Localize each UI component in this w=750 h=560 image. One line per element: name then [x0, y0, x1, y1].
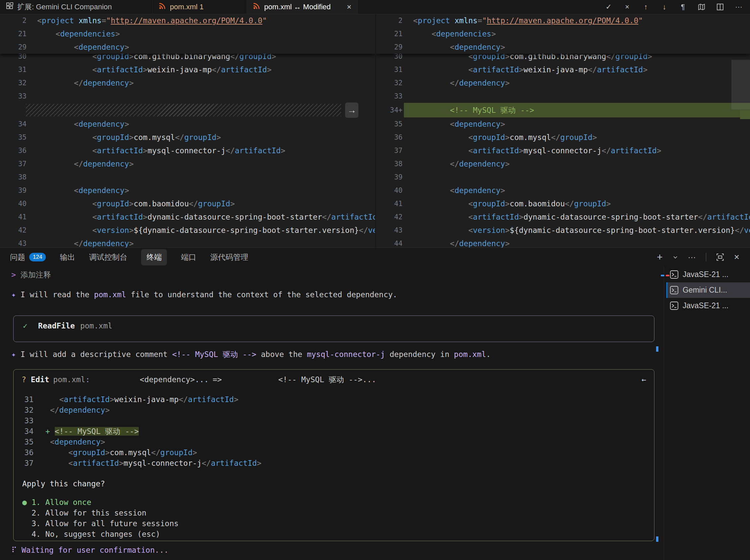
edit-option[interactable]: 3. Allow for all future sessions: [14, 518, 654, 529]
accept-check-icon[interactable]: ✓: [605, 3, 613, 11]
line-number: 43: [376, 224, 402, 237]
code-line: 39: [376, 171, 750, 184]
success-check-icon: ✓: [23, 321, 27, 330]
line-number: 38: [0, 171, 26, 184]
code-line: 40 <dependency>: [376, 184, 750, 197]
gemini-star-icon: ✦: [11, 290, 16, 299]
code-line: 29 <dependency>: [0, 40, 375, 54]
next-change-arrow-down-icon[interactable]: ↓: [660, 3, 668, 11]
code-line: 33: [376, 89, 750, 103]
line-number: 40: [376, 184, 402, 197]
panel-actions: + ··· ×: [657, 248, 739, 266]
line-number: 44: [376, 237, 402, 247]
line-number: 35: [0, 131, 26, 144]
line-number: 21: [0, 27, 26, 40]
code-line: 34 <dependency>: [0, 117, 375, 131]
line-number: 41: [376, 197, 402, 210]
diff-original-pane[interactable]: 2<project xmlns="http://maven.apache.org…: [0, 14, 375, 247]
edit-preview-line: 32 </dependency>: [14, 405, 654, 415]
edit-option[interactable]: 2. Allow for this session: [14, 507, 654, 518]
clipped-code-line: 30 <groupId>com.github.binarywang</group…: [376, 54, 750, 63]
whitespace-pilcrow-icon[interactable]: ¶: [679, 3, 687, 11]
close-tab-icon[interactable]: ×: [347, 3, 352, 11]
line-number: 32: [376, 76, 402, 89]
code-line: 39 <dependency>: [0, 184, 375, 197]
code-line: 35 <dependency>: [376, 117, 750, 131]
deleted-region-hatch: [0, 103, 375, 117]
clipped-code-line: 30 <groupId>com.github.binarywang</group…: [0, 54, 375, 63]
previous-change-arrow-up-icon[interactable]: ↑: [642, 3, 650, 11]
line-number: 2: [0, 14, 26, 27]
scrollbar-slider[interactable]: [731, 60, 750, 109]
line-number: 36: [376, 131, 402, 144]
divider: [706, 253, 706, 261]
terminal-icon: [670, 301, 679, 310]
terminal-list-sash[interactable]: [664, 266, 664, 560]
tab-pom-xml-diff-modified[interactable]: pom.xml ↔ Modified ×: [247, 0, 358, 14]
code-line: 21 <dependencies>: [376, 27, 750, 40]
code-line: 38: [0, 171, 375, 184]
code-line: 36 <artifactId>mysql-connector-j</artifa…: [0, 144, 375, 157]
line-number: 42: [0, 224, 26, 237]
close-panel-icon[interactable]: ×: [734, 252, 739, 262]
terminal-icon: [670, 270, 679, 279]
tab-pom-xml-1[interactable]: pom.xml 1: [153, 0, 247, 14]
line-number: 43: [0, 237, 26, 247]
code-line: 2<project xmlns="http://maven.apache.org…: [0, 14, 375, 27]
terminal-scroll-mark: [656, 346, 658, 352]
code-line: 32 </dependency>: [0, 76, 375, 89]
map-minimap-icon[interactable]: [697, 3, 706, 11]
apply-change-question: Apply this change?: [14, 478, 654, 489]
code-line: 30 <groupId>com.github.binarywang</group…: [0, 54, 375, 63]
edit-preview-line: 34 + <!-- MySQL 驱动 -->: [14, 426, 654, 437]
pending-question-icon: ?: [22, 375, 26, 384]
terminal-output[interactable]: > 添加注释 ✦ I will read the pom.xml file to…: [0, 248, 664, 560]
gemini-message: ✦ I will read the pom.xml file to unders…: [11, 289, 397, 300]
more-actions-icon[interactable]: ···: [735, 3, 743, 11]
terminal-list-item[interactable]: JavaSE-21 ...: [666, 298, 750, 314]
line-number: 30: [0, 54, 26, 63]
code-line: 34+ <!-- MySQL 驱动 -->: [376, 103, 750, 117]
code-line: 30 <groupId>com.github.binarywang</group…: [376, 54, 750, 63]
code-line: 35 <groupId>com.mysql</groupId>: [0, 131, 375, 144]
code-line: 38 </dependency>: [376, 157, 750, 171]
split-editor-icon[interactable]: [716, 3, 724, 11]
code-line: 43 </dependency>: [0, 237, 375, 247]
gemini-star-icon: ✦: [11, 350, 16, 359]
discard-close-icon[interactable]: ×: [623, 3, 631, 11]
overview-added-mark: [740, 111, 750, 119]
panel-more-actions-icon[interactable]: ···: [688, 253, 696, 262]
line-number: 29: [376, 40, 402, 54]
code-line: 42 <artifactId>dynamic-datasource-spring…: [376, 210, 750, 224]
line-number: 21: [376, 27, 402, 40]
edit-option[interactable]: ●1. Allow once: [14, 497, 654, 507]
xml-feed-icon: [253, 2, 260, 12]
xml-feed-icon: [159, 2, 166, 12]
terminal-profile-chevron-icon[interactable]: [673, 255, 678, 260]
code-line: 41 <artifactId>dynamic-datasource-spring…: [0, 210, 375, 224]
line-number: 2: [376, 14, 402, 27]
line-number: 39: [0, 184, 26, 197]
code-line: 37 </dependency>: [0, 157, 375, 171]
edit-preview-line: 33: [14, 415, 654, 426]
code-line: 42 <version>${dynamic-datasource-spring-…: [0, 224, 375, 237]
tab-label: 扩展: Gemini CLI Companion: [17, 2, 112, 12]
diff-modified-pane[interactable]: 2<project xmlns="http://maven.apache.org…: [376, 14, 750, 247]
terminal-list-item[interactable]: Gemini CLI...: [666, 282, 750, 298]
extensions-icon: [6, 2, 13, 12]
maximize-panel-icon[interactable]: [716, 253, 724, 261]
tab-extension-gemini-cli-companion[interactable]: 扩展: Gemini CLI Companion: [0, 0, 153, 14]
diff-editor: 2<project xmlns="http://maven.apache.org…: [0, 14, 750, 247]
line-number: 33: [0, 89, 26, 103]
edit-diff-preview: 31 <artifactId>weixin-java-mp</artifactI…: [14, 394, 654, 468]
edit-option[interactable]: 4. No, suggest changes (esc): [14, 529, 654, 539]
code-line: 44 </dependency>: [376, 237, 750, 247]
terminal-list-item[interactable]: JavaSE-21 ...: [666, 267, 750, 282]
line-number: 37: [0, 157, 26, 171]
terminal-scroll-mark: [656, 537, 658, 542]
editor-actions: ✓ × ↑ ↓ ¶ ···: [605, 0, 743, 14]
bottom-panel: 问题124输出调试控制台终端端口源代码管理 + ··· × > 添加注释 ✦ I…: [0, 247, 750, 560]
back-arrow-icon[interactable]: ←: [642, 374, 646, 385]
code-line: 43 <version>${dynamic-datasource-spring-…: [376, 224, 750, 237]
revert-block-arrow-button[interactable]: →: [345, 102, 358, 118]
